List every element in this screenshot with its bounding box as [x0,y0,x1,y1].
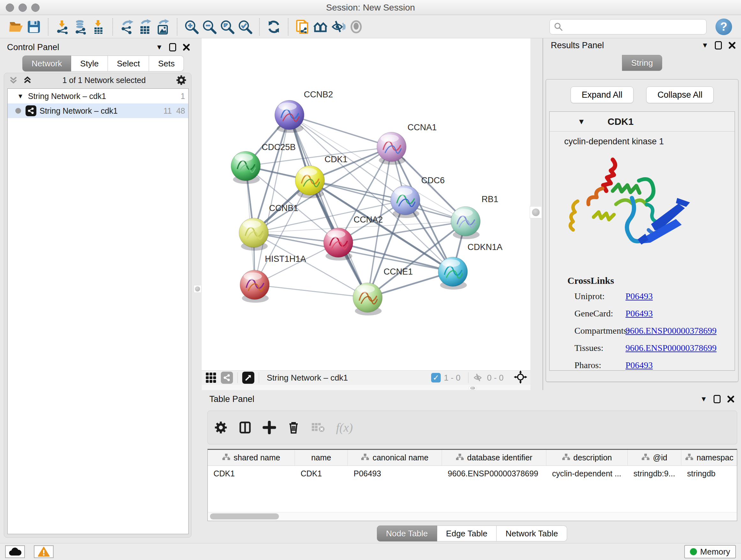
node-HIST1H1A[interactable]: HIST1H1A [240,254,306,303]
grid-view-icon[interactable] [205,372,217,384]
tab-network-table[interactable]: Network Table [496,525,567,542]
node-CCNA2[interactable]: CCNA2 [324,215,383,260]
close-panel-icon[interactable] [728,42,736,49]
bottom-splitter-handle[interactable] [468,386,477,390]
zoom-fit-button[interactable] [218,18,236,36]
clone-network-button[interactable] [293,18,312,36]
table-cell[interactable]: cyclin-dependent ... [546,466,628,481]
create-column-icon[interactable] [263,421,276,434]
column-header-description[interactable]: description [546,450,628,465]
panel-menu-icon[interactable]: ▼ [156,44,163,51]
zoom-selected-button[interactable] [236,18,254,36]
node-CCNA1[interactable]: CCNA1 [377,123,437,165]
tab-edge-table[interactable]: Edge Table [437,525,497,542]
import-table-button[interactable] [89,18,107,36]
search-box[interactable] [549,19,706,35]
collapse-all-networks-icon[interactable] [9,75,18,85]
tree-expander-icon[interactable]: ▼ [17,92,23,100]
crosshair-icon[interactable] [514,370,527,385]
crosslink-link[interactable]: P06493 [625,308,653,319]
birdseye-view-icon[interactable] [242,372,254,384]
panel-menu-icon[interactable]: ▼ [701,42,709,49]
network-tree-row[interactable]: String Network – cdk1 11 48 [8,104,188,118]
crosslink-link[interactable]: 9606.ENSP00000378699 [625,343,717,353]
tab-style[interactable]: Style [71,56,108,71]
table-row[interactable]: CDK1CDK1P064939606.ENSP00000378699cyclin… [208,466,737,481]
horizontal-splitter[interactable] [202,385,530,390]
scrollbar-thumb[interactable] [210,513,279,519]
node-CDC6[interactable]: CDC6 [391,176,445,218]
table-cell[interactable]: stringdb [681,466,738,481]
delete-column-icon[interactable] [287,421,300,434]
network-tree-root-row[interactable]: ▼ String Network – cdk1 1 [8,89,188,104]
crosslink-link[interactable]: P06493 [625,360,653,370]
search-input[interactable] [563,21,697,32]
left-splitter-handle[interactable] [194,285,201,293]
panel-menu-icon[interactable]: ▼ [700,395,707,402]
edge-CCNB2-CCNA1[interactable] [289,115,392,147]
tab-string[interactable]: String [622,55,662,71]
table-cell[interactable]: stringdb:9... [628,466,681,481]
table-cell[interactable]: CDK1 [295,466,348,481]
node-CDC25B[interactable]: CDC25B [231,142,296,184]
selected-nodes-checkbox[interactable]: ✓ [431,373,441,382]
network-graph[interactable]: CCNB2CCNA1CDC25BCDK1CDC6RB1CCNB1CCNA2CDK… [202,38,530,370]
network-share-icon[interactable] [221,372,233,384]
zoom-in-button[interactable] [183,18,200,36]
table-options-gear-icon[interactable] [214,421,227,434]
tab-sets[interactable]: Sets [149,56,184,71]
node-RB1[interactable]: RB1 [451,194,498,239]
apply-layout-button[interactable] [265,18,283,36]
node-CCNE1[interactable]: CCNE1 [353,267,413,315]
save-session-button[interactable] [25,18,43,36]
import-network-file-button[interactable] [54,18,71,36]
edge-HIST1H1A-CCNE1[interactable] [255,285,367,298]
help-button[interactable]: ? [716,18,732,35]
column-header-canonical-name[interactable]: canonical name [348,450,442,465]
gear-icon[interactable] [176,75,187,85]
open-session-button[interactable] [7,18,25,36]
crosslink-link[interactable]: P06493 [625,291,653,301]
export-image-button[interactable] [154,18,172,36]
import-network-database-button[interactable] [71,18,89,36]
level-of-detail-button[interactable] [347,18,365,36]
edge-CDK1-RB1[interactable] [310,180,466,221]
show-columns-icon[interactable] [239,421,252,434]
node-CDKN1A[interactable]: CDKN1A [438,242,502,290]
column-header-namespac[interactable]: namespac [681,450,738,465]
section-expander-icon[interactable]: ▼ [578,117,585,126]
warnings-button[interactable] [34,545,54,558]
table-cell[interactable]: 9606.ENSP00000378699 [442,466,546,481]
tab-network[interactable]: Network [22,56,71,71]
collapse-all-button[interactable]: Collapse All [646,86,714,103]
close-panel-icon[interactable] [727,395,735,403]
section-header[interactable]: ▼ CDK1 [549,112,735,132]
edge-CCNB2-CCNE1[interactable] [289,115,367,298]
horizontal-scrollbar[interactable] [208,512,737,520]
float-panel-icon[interactable] [715,41,722,50]
export-table-button[interactable] [136,18,154,36]
tab-node-table[interactable]: Node Table [377,525,437,542]
memory-button[interactable]: Memory [684,545,736,558]
float-panel-icon[interactable] [714,395,721,403]
column-header-database-identifier[interactable]: database identifier [442,450,546,465]
cloud-status-button[interactable] [5,545,25,558]
expand-all-networks-icon[interactable] [23,75,32,85]
table-cell[interactable]: P06493 [348,466,442,481]
first-neighbors-button[interactable] [312,18,329,36]
float-panel-icon[interactable] [169,43,176,51]
table-cell[interactable]: CDK1 [208,466,295,481]
tab-select[interactable]: Select [108,56,149,71]
node-CCNB1[interactable]: CCNB1 [239,203,298,251]
crosslink-link[interactable]: 9606.ENSP00000378699 [625,326,717,336]
expand-all-button[interactable]: Expand All [570,86,634,103]
network-canvas[interactable]: CCNB2CCNA1CDC25BCDK1CDC6RB1CCNB1CCNA2CDK… [202,38,530,390]
column-header-name[interactable]: name [295,450,348,465]
column-header--id[interactable]: @id [628,450,681,465]
export-network-button[interactable] [118,18,136,36]
right-splitter-handle[interactable] [530,206,542,219]
zoom-out-button[interactable] [200,18,218,36]
close-panel-icon[interactable] [183,44,190,51]
graphics-details-button[interactable] [329,18,347,36]
column-header-shared-name[interactable]: shared name [208,450,295,465]
